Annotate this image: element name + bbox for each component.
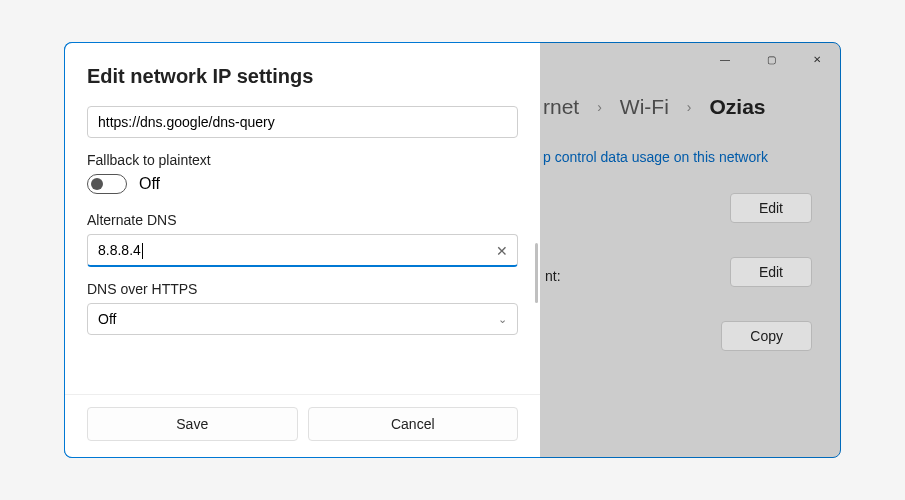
- chevron-right-icon: ›: [687, 99, 692, 115]
- cancel-button[interactable]: Cancel: [308, 407, 519, 441]
- minimize-button[interactable]: —: [702, 43, 748, 75]
- assignment-label-fragment: nt:: [545, 268, 561, 284]
- select-value: Off: [98, 311, 116, 327]
- doh-template-input[interactable]: https://dns.google/dns-query: [87, 106, 518, 138]
- breadcrumb-segment[interactable]: Wi-Fi: [620, 95, 669, 119]
- breadcrumb-segment[interactable]: rnet: [543, 95, 579, 119]
- scrollbar-thumb[interactable]: [535, 243, 538, 303]
- alternate-dns-label: Alternate DNS: [87, 212, 518, 228]
- edit-button[interactable]: Edit: [730, 193, 812, 223]
- maximize-button[interactable]: ▢: [748, 43, 794, 75]
- breadcrumb: rnet › Wi-Fi › Ozias: [543, 95, 812, 119]
- chevron-down-icon: ⌄: [498, 313, 507, 326]
- data-usage-link[interactable]: p control data usage on this network: [543, 149, 812, 165]
- toggle-knob-icon: [91, 178, 103, 190]
- clear-input-icon[interactable]: ✕: [496, 243, 508, 259]
- dialog-title: Edit network IP settings: [87, 65, 518, 88]
- edit-button[interactable]: Edit: [730, 257, 812, 287]
- dns-over-https-label: DNS over HTTPS: [87, 281, 518, 297]
- titlebar: — ▢ ✕: [702, 43, 840, 75]
- copy-button[interactable]: Copy: [721, 321, 812, 351]
- alternate-dns-input[interactable]: 8.8.8.4: [87, 234, 518, 267]
- close-button[interactable]: ✕: [794, 43, 840, 75]
- edit-ip-settings-dialog: Edit network IP settings https://dns.goo…: [64, 42, 540, 458]
- dns-over-https-select[interactable]: Off ⌄: [87, 303, 518, 335]
- chevron-right-icon: ›: [597, 99, 602, 115]
- text-caret-icon: [142, 243, 143, 259]
- toggle-state-label: Off: [139, 175, 160, 193]
- breadcrumb-current: Ozias: [710, 95, 766, 119]
- dialog-footer: Save Cancel: [65, 394, 540, 457]
- save-button[interactable]: Save: [87, 407, 298, 441]
- fallback-label: Fallback to plaintext: [87, 152, 518, 168]
- fallback-toggle[interactable]: [87, 174, 127, 194]
